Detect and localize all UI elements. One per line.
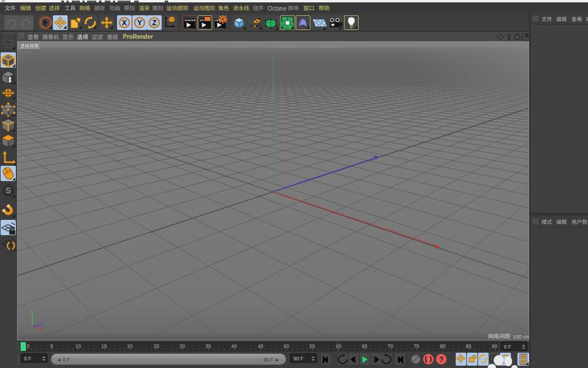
svg-text:Y: Y [137, 19, 142, 27]
svg-text:Z: Z [152, 19, 157, 27]
svg-text:X: X [41, 329, 44, 333]
svg-text:X: X [122, 19, 127, 27]
svg-text:?: ? [439, 355, 444, 364]
svg-text:Z: Z [40, 320, 43, 324]
svg-text:Y: Y [31, 310, 34, 315]
